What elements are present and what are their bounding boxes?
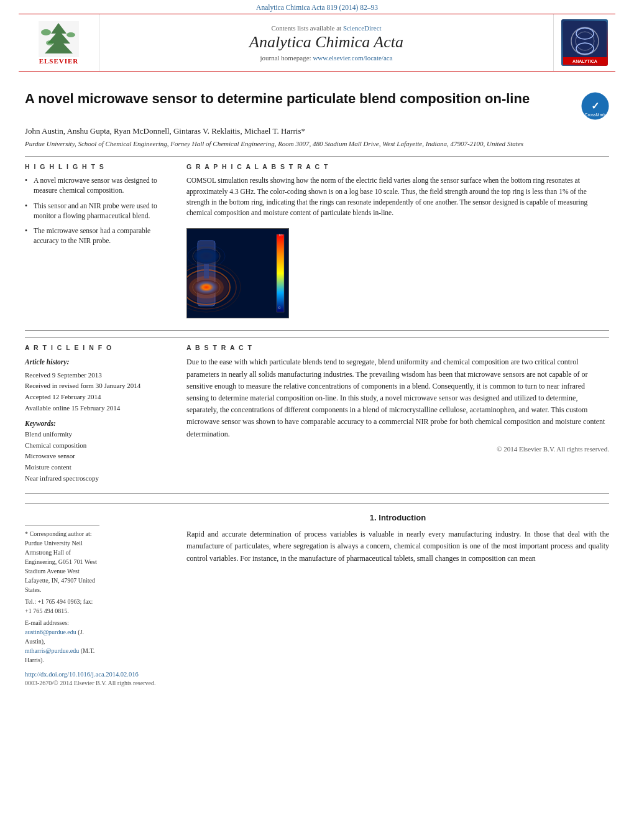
journal-header-center: Contents lists available at ScienceDirec… — [99, 14, 553, 71]
elsevier-logo: ELSEVIER — [39, 21, 79, 65]
svg-point-2 — [41, 29, 51, 35]
doi-link[interactable]: http://dx.doi.org/10.1016/j.aca.2014.02.… — [25, 671, 139, 678]
crossmark-icon: ✓ CrossMark — [581, 92, 609, 120]
svg-point-4 — [46, 40, 53, 45]
introduction-column: 1. Introduction Rapid and accurate deter… — [186, 513, 609, 686]
comsol-simulation-image: 10 0 — [186, 228, 289, 318]
accepted-date: Accepted 12 February 2014 — [25, 393, 101, 400]
bottom-section: * Corresponding author at: Purdue Univer… — [25, 503, 609, 686]
right-logo-area: ANALYTICA — [553, 14, 615, 71]
footnote-tel: Tel.: +1 765 494 0963; fax: +1 765 494 0… — [25, 597, 99, 616]
abstract-heading: A B S T R A C T — [186, 344, 609, 351]
science-direct-link[interactable]: ScienceDirect — [343, 24, 382, 32]
footnote-area: * Corresponding author at: Purdue Univer… — [25, 525, 99, 665]
journal-header: ELSEVIER Contents lists available at Sci… — [19, 14, 615, 72]
highlights-list: A novel microwave sensor was designed to… — [25, 175, 168, 246]
abstract-text: Due to the ease with which particulate b… — [186, 356, 609, 440]
journal-logo-icon: ANALYTICA — [561, 19, 608, 66]
introduction-text: Rapid and accurate determination of proc… — [186, 528, 609, 565]
keyword-microwave-sensor: Microwave sensor — [25, 451, 168, 462]
doi-section: http://dx.doi.org/10.1016/j.aca.2014.02.… — [25, 671, 168, 678]
elsevier-wordmark: ELSEVIER — [39, 57, 79, 65]
footnotes-column: * Corresponding author at: Purdue Univer… — [25, 513, 168, 686]
highlight-item-2: This sensor and an NIR probe were used t… — [25, 201, 168, 221]
abstract-column: A B S T R A C T Due to the ease with whi… — [186, 344, 609, 484]
bottom-copyright: 0003-2670/© 2014 Elsevier B.V. All right… — [25, 680, 168, 686]
highlight-item-1: A novel microwave sensor was designed to… — [25, 175, 168, 195]
aca-logo-icon: ANALYTICA — [563, 21, 607, 65]
article-history: Article history: Received 9 September 20… — [25, 356, 168, 413]
homepage-label: journal homepage: www.elsevier.com/locat… — [260, 54, 392, 62]
highlights-heading: H I G H L I G H T S — [25, 163, 168, 170]
revised-date: Received in revised form 30 January 2014 — [25, 382, 140, 389]
svg-point-3 — [67, 32, 75, 37]
svg-point-29 — [196, 251, 216, 262]
abstract-divider — [25, 330, 609, 331]
article-title-section: A novel microwave sensor to determine pa… — [25, 84, 609, 120]
svg-rect-31 — [204, 264, 209, 279]
svg-text:CrossMark: CrossMark — [585, 113, 606, 117]
article-history-label: Article history: — [25, 356, 168, 367]
email-link-2[interactable]: mtharris@purdue.edu — [25, 647, 79, 654]
article-info-column: A R T I C L E I N F O Article history: R… — [25, 344, 168, 484]
article-info-abstract-section: A R T I C L E I N F O Article history: R… — [25, 337, 609, 484]
science-direct-label: Contents lists available at ScienceDirec… — [271, 24, 381, 32]
keywords-section: Keywords: Blend uniformity Chemical comp… — [25, 420, 168, 484]
article-title: A novel microwave sensor to determine pa… — [25, 90, 572, 108]
journal-name-display: Analytica Chimica Acta — [249, 33, 403, 52]
author-list: John Austin, Anshu Gupta, Ryan McDonnell… — [25, 126, 609, 136]
abstract-copyright: © 2014 Elsevier B.V. All rights reserved… — [186, 445, 609, 453]
svg-rect-16 — [277, 234, 284, 312]
keyword-moisture-content: Moisture content — [25, 462, 168, 473]
keyword-blend-uniformity: Blend uniformity — [25, 429, 168, 440]
graphical-abstract-column: G R A P H I C A L A B S T R A C T COMSOL… — [186, 163, 609, 321]
footnote-email: E-mail addresses: austin6@purdue.edu (J.… — [25, 618, 99, 665]
highlights-graphical-section: H I G H L I G H T S A novel microwave se… — [25, 163, 609, 321]
received-date: Received 9 September 2013 — [25, 371, 102, 379]
highlight-item-3: The microwave sensor had a comparable ac… — [25, 226, 168, 246]
journal-reference: Analytica Chimica Acta 819 (2014) 82–93 — [0, 0, 634, 14]
highlights-column: H I G H L I G H T S A novel microwave se… — [25, 163, 168, 321]
graphical-abstract-text: COMSOL simulation results showing how th… — [186, 175, 609, 218]
available-date: Available online 15 February 2014 — [25, 404, 120, 412]
author-affiliation: Purdue University, School of Chemical En… — [25, 139, 609, 149]
keyword-nir-spectroscopy: Near infrared spectroscopy — [25, 473, 168, 484]
journal-ref-link[interactable]: Analytica Chimica Acta 819 (2014) 82–93 — [256, 4, 378, 11]
svg-text:ANALYTICA: ANALYTICA — [572, 59, 597, 63]
main-content: A novel microwave sensor to determine pa… — [0, 72, 634, 699]
svg-text:10: 10 — [278, 233, 283, 237]
svg-text:✓: ✓ — [591, 101, 599, 111]
email-link-1[interactable]: austin6@purdue.edu — [25, 629, 76, 635]
graphical-abstract-heading: G R A P H I C A L A B S T R A C T — [186, 163, 609, 170]
keyword-chemical-composition: Chemical composition — [25, 440, 168, 451]
email-label: E-mail addresses: — [25, 619, 69, 626]
keywords-label: Keywords: — [25, 420, 168, 427]
article-info-heading: A R T I C L E I N F O — [25, 344, 168, 351]
bottom-divider — [25, 493, 609, 494]
title-divider — [25, 156, 609, 157]
elsevier-tree-icon — [39, 21, 79, 57]
footnote-corresponding-author: * Corresponding author at: Purdue Univer… — [25, 529, 99, 594]
elsevier-logo-area: ELSEVIER — [19, 14, 99, 71]
svg-point-25 — [189, 276, 224, 298]
introduction-heading: 1. Introduction — [186, 513, 609, 522]
homepage-link[interactable]: www.elsevier.com/locate/aca — [313, 54, 392, 62]
